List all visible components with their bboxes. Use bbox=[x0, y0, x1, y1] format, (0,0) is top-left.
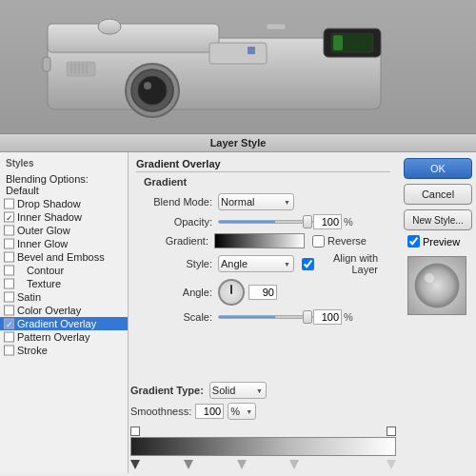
texture-label: Texture bbox=[27, 278, 61, 289]
style-item-stroke[interactable]: Stroke bbox=[0, 344, 128, 357]
cancel-button[interactable]: Cancel bbox=[404, 184, 472, 205]
texture-checkbox[interactable] bbox=[4, 279, 14, 289]
align-with-layer-checkbox[interactable] bbox=[302, 258, 314, 270]
styles-panel: Styles Blending Options: Default Drop Sh… bbox=[0, 152, 129, 473]
outer-glow-label: Outer Glow bbox=[17, 225, 70, 236]
style-select-wrap[interactable]: Angle bbox=[218, 255, 294, 272]
blend-mode-label: Blend Mode: bbox=[136, 196, 212, 208]
angle-row: Angle: bbox=[136, 279, 390, 306]
style-item-outer-glow[interactable]: Outer Glow bbox=[0, 224, 128, 237]
opacity-value-input[interactable] bbox=[313, 214, 342, 229]
style-item-bevel-emboss[interactable]: Bevel and Emboss bbox=[0, 250, 128, 264]
smoothness-row: Smoothness: % bbox=[130, 403, 396, 420]
new-style-button[interactable]: New Style... bbox=[404, 209, 472, 230]
bottom-stop-4[interactable] bbox=[289, 460, 299, 469]
inner-glow-label: Inner Glow bbox=[17, 238, 68, 249]
gradient-preview[interactable] bbox=[214, 233, 305, 248]
style-item-drop-shadow[interactable]: Drop Shadow bbox=[0, 197, 128, 210]
dialog-title: Layer Style bbox=[210, 137, 267, 149]
gradient-row: Gradient: Reverse bbox=[136, 233, 390, 248]
svg-rect-1 bbox=[48, 24, 219, 52]
blend-mode-select-wrap[interactable]: Normal bbox=[218, 193, 294, 210]
bevel-emboss-label: Bevel and Emboss bbox=[17, 251, 105, 263]
gradient-editor-section: Gradient Type: Solid Smoothness: % bbox=[129, 378, 398, 473]
style-row: Style: Angle Align with Layer bbox=[136, 252, 390, 275]
svg-rect-4 bbox=[333, 35, 343, 50]
preview-label: Preview bbox=[423, 236, 460, 248]
bottom-stop-2[interactable] bbox=[184, 460, 193, 469]
style-item-satin[interactable]: Satin bbox=[0, 290, 128, 304]
scale-slider[interactable] bbox=[218, 315, 313, 319]
contour-label: Contour bbox=[27, 265, 64, 276]
blending-options-label: Blending Options: Default bbox=[6, 173, 89, 196]
blend-mode-row: Blend Mode: Normal bbox=[136, 193, 390, 210]
color-overlay-checkbox[interactable] bbox=[4, 306, 14, 316]
gradient-type-select[interactable]: Solid bbox=[209, 382, 267, 399]
scale-slider-wrap: % bbox=[218, 309, 353, 325]
styles-panel-title: Styles bbox=[0, 156, 128, 172]
gradient-bar-area bbox=[130, 426, 396, 469]
smoothness-label: Smoothness: bbox=[130, 406, 191, 417]
contour-checkbox[interactable] bbox=[4, 266, 14, 276]
gradient-overlay-label: Gradient Overlay bbox=[17, 318, 96, 329]
reverse-checkbox[interactable] bbox=[312, 235, 325, 248]
style-item-inner-glow[interactable]: Inner Glow bbox=[0, 237, 128, 250]
style-item-blending-options[interactable]: Blending Options: Default bbox=[0, 172, 128, 197]
opacity-row: Opacity: % bbox=[136, 214, 390, 229]
style-item-texture[interactable]: Texture bbox=[0, 277, 128, 290]
scale-label: Scale: bbox=[136, 311, 212, 323]
bottom-stop-1[interactable] bbox=[130, 460, 140, 469]
scale-value-input[interactable] bbox=[313, 309, 342, 325]
style-item-pattern-overlay[interactable]: Pattern Overlay bbox=[0, 330, 128, 344]
style-item-color-overlay[interactable]: Color Overlay bbox=[0, 304, 128, 317]
ok-button[interactable]: OK bbox=[404, 158, 472, 179]
gradient-type-select-wrap[interactable]: Solid bbox=[209, 382, 267, 399]
inner-glow-checkbox[interactable] bbox=[4, 239, 14, 249]
subsection-title: Gradient bbox=[144, 176, 390, 188]
layer-style-dialog: Layer Style Styles Blending Options: Def… bbox=[0, 133, 476, 476]
inner-shadow-checkbox[interactable]: ✓ bbox=[4, 212, 14, 223]
right-buttons-panel: OK Cancel New Style... Preview bbox=[398, 152, 476, 473]
bevel-emboss-checkbox[interactable] bbox=[4, 252, 14, 263]
opacity-slider[interactable] bbox=[218, 220, 313, 224]
style-item-inner-shadow[interactable]: ✓ Inner Shadow bbox=[0, 210, 128, 224]
smoothness-unit-wrap[interactable]: % bbox=[228, 403, 256, 420]
blend-mode-select[interactable]: Normal bbox=[218, 193, 294, 210]
opacity-label: Opacity: bbox=[136, 216, 212, 228]
svg-rect-14 bbox=[67, 62, 95, 76]
satin-checkbox[interactable] bbox=[4, 292, 14, 303]
gradient-overlay-checkbox[interactable]: ✓ bbox=[4, 319, 14, 329]
smoothness-unit-select[interactable]: % bbox=[228, 403, 256, 420]
angle-value-input[interactable] bbox=[248, 285, 277, 300]
angle-dial[interactable] bbox=[218, 279, 245, 306]
style-select[interactable]: Angle bbox=[218, 255, 294, 272]
top-stop-left[interactable] bbox=[130, 426, 140, 436]
style-item-gradient-overlay[interactable]: ✓ Gradient Overlay bbox=[0, 317, 128, 330]
camera-preview bbox=[0, 0, 476, 133]
angle-label: Angle: bbox=[136, 287, 212, 298]
outer-glow-checkbox[interactable] bbox=[4, 226, 14, 236]
align-with-layer-label: Align with Layer bbox=[317, 252, 378, 275]
stroke-checkbox[interactable] bbox=[4, 346, 14, 356]
smoothness-value-input[interactable] bbox=[195, 404, 224, 419]
svg-rect-6 bbox=[248, 47, 255, 54]
section-title: Gradient Overlay bbox=[136, 158, 221, 169]
inner-shadow-label: Inner Shadow bbox=[17, 211, 82, 223]
reverse-label-wrap: Reverse bbox=[312, 235, 385, 248]
top-stop-right[interactable] bbox=[387, 426, 396, 436]
gradient-bar[interactable] bbox=[130, 437, 396, 456]
drop-shadow-checkbox[interactable] bbox=[4, 199, 14, 209]
svg-rect-20 bbox=[43, 57, 50, 71]
bottom-stop-5[interactable] bbox=[387, 460, 396, 469]
scale-row: Scale: % bbox=[136, 309, 390, 325]
bottom-stop-3[interactable] bbox=[237, 460, 247, 469]
preview-checkbox[interactable] bbox=[407, 235, 420, 248]
svg-rect-5 bbox=[209, 43, 267, 64]
pattern-overlay-checkbox[interactable] bbox=[4, 332, 14, 343]
stroke-label: Stroke bbox=[17, 345, 48, 356]
gradient-type-row: Gradient Type: Solid bbox=[130, 382, 396, 399]
preview-box bbox=[407, 256, 466, 315]
scale-unit: % bbox=[344, 311, 353, 323]
gradient-label: Gradient: bbox=[136, 235, 208, 247]
style-item-contour[interactable]: Contour bbox=[0, 264, 128, 277]
